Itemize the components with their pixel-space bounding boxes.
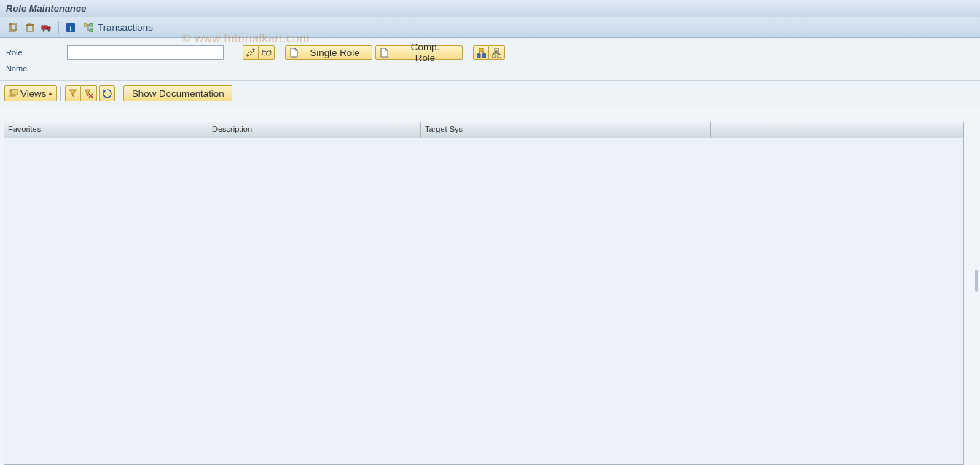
svg-rect-29 (498, 55, 501, 58)
views-label: Views (20, 88, 46, 99)
info-icon: i (66, 23, 76, 33)
svg-point-17 (262, 51, 267, 55)
role-label: Role (6, 48, 64, 57)
show-documentation-label: Show Documentation (128, 88, 227, 99)
svg-rect-24 (479, 48, 483, 52)
toolbar-separator (60, 86, 61, 101)
filter-group (65, 85, 97, 101)
favorites-grid: Favorites Description Target Sys (4, 122, 964, 465)
column-header-empty (711, 122, 963, 138)
transactions-button[interactable]: Transactions (80, 20, 157, 35)
grid-header: Favorites Description Target Sys (4, 122, 963, 138)
svg-point-7 (43, 29, 45, 31)
auxiliary-group (473, 45, 505, 60)
delete-button[interactable] (23, 20, 37, 35)
hierarchy-button[interactable] (489, 45, 505, 60)
toolbar-separator (119, 86, 119, 101)
scroll-thumb[interactable] (975, 270, 978, 292)
filter-button[interactable] (65, 85, 81, 101)
edit-display-group (243, 45, 275, 60)
column-header-description[interactable]: Description (208, 122, 421, 138)
where-used-button[interactable] (473, 45, 489, 60)
svg-rect-13 (90, 29, 93, 32)
name-label: Name (6, 64, 64, 73)
transactions-label: Transactions (98, 22, 153, 33)
filter-icon (68, 89, 77, 98)
document-icon (290, 48, 298, 58)
transport-button[interactable] (39, 20, 54, 35)
info-button[interactable]: i (63, 20, 78, 35)
title-bar: Role Maintenance (0, 0, 980, 17)
column-header-target-sys[interactable]: Target Sys (421, 122, 711, 138)
copy-icon (8, 23, 18, 33)
tree-icon (84, 23, 94, 32)
svg-rect-22 (477, 54, 480, 58)
role-input[interactable] (67, 45, 224, 60)
pencil-icon (246, 48, 255, 57)
comp-role-label: Comp. Role (393, 42, 458, 63)
truck-icon (41, 23, 52, 33)
copy-folder-icon (9, 89, 18, 98)
svg-text:i: i (70, 24, 72, 32)
dropdown-triangle-icon (48, 92, 52, 95)
glasses-icon (262, 49, 272, 56)
views-button[interactable]: Views (4, 85, 57, 101)
svg-rect-28 (492, 55, 495, 58)
display-button[interactable] (259, 45, 275, 60)
grid-body-favorites (4, 138, 208, 464)
comp-role-button[interactable]: Comp. Role (375, 45, 463, 60)
name-value-underline (67, 69, 125, 69)
show-documentation-button[interactable]: Show Documentation (123, 85, 232, 101)
refresh-icon (103, 89, 112, 98)
sub-toolbar: Views Show Documentation (0, 81, 980, 107)
copy-button[interactable] (6, 20, 20, 35)
svg-rect-23 (482, 54, 486, 58)
single-role-button[interactable]: Single Role (285, 45, 372, 60)
grid-body (4, 138, 963, 464)
app-toolbar: i Transactions (0, 17, 980, 38)
refresh-button[interactable] (99, 85, 115, 101)
edit-button[interactable] (243, 45, 259, 60)
svg-rect-35 (11, 89, 17, 95)
filter-delete-icon (84, 89, 93, 98)
form-region: Role Single Role (0, 38, 980, 81)
svg-rect-12 (90, 23, 93, 26)
grid-body-rest (208, 138, 963, 464)
svg-rect-11 (84, 23, 87, 26)
where-used-icon (477, 48, 486, 58)
svg-point-18 (267, 51, 271, 55)
column-header-favorites[interactable]: Favorites (4, 122, 208, 138)
svg-rect-5 (42, 26, 47, 29)
page-title: Role Maintenance (6, 3, 974, 14)
single-role-label: Single Role (302, 47, 367, 58)
filter-delete-button[interactable] (81, 85, 97, 101)
trash-icon (25, 23, 35, 33)
svg-rect-6 (47, 27, 50, 29)
svg-rect-27 (495, 48, 498, 51)
svg-point-8 (48, 29, 50, 31)
svg-rect-2 (27, 25, 33, 31)
toolbar-separator (58, 21, 59, 34)
hierarchy-icon (492, 48, 501, 58)
document-icon (380, 48, 388, 58)
